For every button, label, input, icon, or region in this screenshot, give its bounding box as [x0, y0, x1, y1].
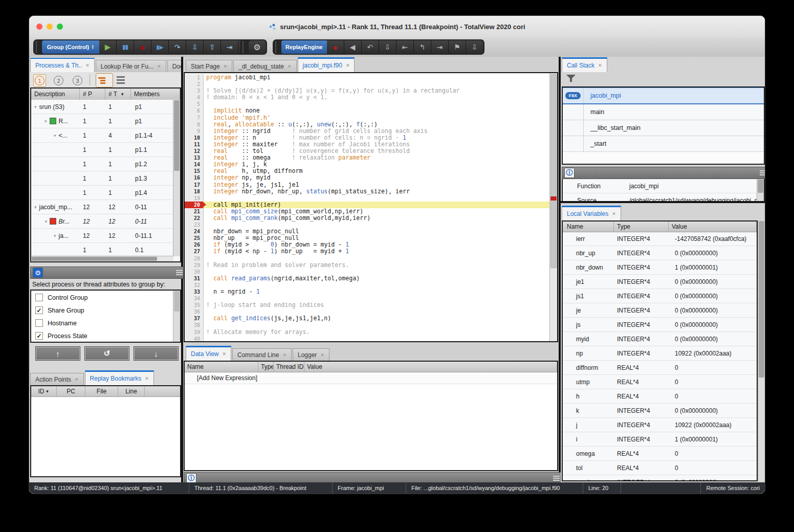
line-number-gutter[interactable]: 26 — [185, 241, 204, 248]
line-number-gutter[interactable]: 11 — [185, 141, 204, 148]
unchecked-checkbox[interactable] — [35, 294, 43, 301]
variable-row[interactable]: myidINTEGER*40 (0x00000000) — [563, 332, 757, 346]
column-header-id[interactable]: ID▼ — [31, 386, 57, 396]
tab-dl-debug-state[interactable]: _dl_debug_state✕ — [233, 60, 296, 72]
variable-row[interactable]: je1INTEGER*40 (0x00000000) — [563, 275, 757, 289]
group-number-3-button[interactable]: 3 — [71, 74, 84, 87]
line-number-gutter[interactable]: 6 — [185, 107, 204, 114]
line-number-gutter[interactable]: 38 — [185, 322, 204, 328]
variable-row[interactable]: nbr_downINTEGER*41 (0x00000001) — [563, 260, 757, 275]
variable-row[interactable]: diffnormREAL*40 — [563, 361, 757, 375]
column-header-members[interactable]: Members — [131, 88, 180, 100]
table-row[interactable]: ▾R...11p1 — [31, 114, 173, 128]
go-button[interactable]: ▶ — [99, 40, 117, 54]
column-header-pc[interactable]: PC — [57, 386, 85, 396]
move-up-button[interactable]: ↑ — [35, 346, 80, 361]
variable-row[interactable]: hREAL*40 — [563, 389, 757, 404]
tab-call-stack[interactable]: Call Stack✕ — [562, 57, 607, 72]
info-icon[interactable]: ⓘ — [186, 473, 196, 483]
line-number-gutter[interactable]: 29 — [185, 262, 204, 269]
stack-frame-row[interactable]: main — [563, 104, 764, 120]
line-number-gutter[interactable]: 31 — [185, 275, 204, 282]
variable-row[interactable]: ierrINTEGER*4-1427058742 (0xaaf0cfca) — [563, 232, 757, 246]
unchecked-checkbox[interactable] — [35, 319, 43, 327]
tab-logger[interactable]: Logger✕ — [293, 348, 329, 361]
table-row[interactable]: 11p1.3 — [31, 171, 173, 186]
tab-jacobi-mpi-f90[interactable]: jacobi_mpi.f90✕ — [298, 57, 355, 72]
replay-prev-button[interactable]: ↶ — [362, 40, 379, 54]
halt-button[interactable]: ▮▮ — [117, 40, 134, 54]
table-row[interactable]: ▾jacobi_mp...12120-11 — [31, 200, 173, 214]
variable-row[interactable]: jsINTEGER*40 (0x00000000) — [563, 318, 757, 332]
stack-frame-row[interactable]: _start — [563, 136, 764, 152]
replay-go-back-button[interactable]: ◀ — [344, 40, 362, 54]
variable-row[interactable]: tolREAL*40 — [563, 461, 757, 475]
next-button[interactable]: ↷ — [169, 40, 186, 54]
expand-arrow-icon[interactable]: ▾ — [45, 119, 47, 124]
line-number-gutter[interactable]: 32 — [185, 282, 204, 289]
table-row[interactable]: 110.1 — [31, 243, 173, 256]
replay-bookmark-button[interactable]: ⚑ — [449, 40, 466, 54]
close-tab-icon[interactable]: ✕ — [75, 377, 79, 382]
settings-button[interactable]: ⚙ — [249, 40, 266, 54]
variable-row[interactable]: maxiterINTEGER*40 (0x00000000) — [563, 475, 757, 480]
tree-view-icon[interactable] — [96, 73, 113, 87]
column-header-file[interactable]: File — [85, 386, 118, 396]
variable-row[interactable]: iINTEGER*41 (0x00000001) — [563, 432, 757, 447]
variable-row[interactable]: nbr_upINTEGER*40 (0x00000000) — [563, 246, 757, 260]
replay-unstep-button[interactable]: ⇩ — [379, 40, 396, 54]
expand-arrow-icon[interactable]: ▾ — [34, 104, 37, 109]
close-tab-icon[interactable]: ✕ — [282, 352, 286, 358]
column-header-description[interactable]: Description — [31, 88, 80, 100]
column-header-thread-id[interactable]: Thread ID — [274, 362, 304, 372]
line-number-gutter[interactable]: 4 — [185, 94, 204, 101]
line-number-gutter[interactable]: 35 — [185, 302, 204, 308]
line-number-gutter[interactable]: 17 — [185, 182, 204, 188]
out-button[interactable]: ⇧ — [204, 40, 221, 54]
panel-menu-icon[interactable] — [553, 476, 560, 481]
add-expression-label[interactable]: [Add New Expression] — [185, 374, 257, 382]
move-down-button[interactable]: ↓ — [134, 346, 179, 361]
line-number-gutter[interactable]: 16 — [185, 174, 204, 181]
close-tab-icon[interactable]: ✕ — [288, 64, 292, 69]
close-tab-icon[interactable]: ✕ — [222, 351, 226, 357]
line-number-gutter[interactable]: 40 — [185, 336, 204, 341]
gear-icon[interactable]: ⚙ — [33, 268, 43, 278]
stack-frame-row[interactable]: F9Xjacobi_mpi — [563, 87, 764, 104]
variable-row[interactable]: js1INTEGER*40 (0x00000000) — [563, 289, 757, 303]
reset-button[interactable]: ↺ — [84, 346, 129, 361]
column-header-line[interactable]: Line — [118, 386, 145, 396]
expand-arrow-icon[interactable]: ▾ — [45, 219, 47, 224]
line-number-gutter[interactable]: 27 — [185, 248, 204, 255]
close-tab-icon[interactable]: ✕ — [224, 64, 228, 69]
column-header-type[interactable]: Type — [614, 221, 669, 232]
line-number-gutter[interactable]: 19 — [185, 195, 204, 202]
group-option-process-state[interactable]: ✓Process State — [31, 329, 173, 342]
column-header-p[interactable]: # P — [80, 88, 105, 100]
process-tree-vertical-scrollbar[interactable] — [173, 100, 180, 256]
table-row[interactable]: 11p1.2 — [31, 157, 173, 171]
replay-caller-button[interactable]: ⇤ — [396, 40, 414, 54]
line-number-gutter[interactable]: 23 — [185, 221, 204, 228]
replay-engine-label[interactable]: ReplayEngine — [281, 40, 327, 54]
line-number-gutter[interactable]: 33 — [185, 289, 204, 295]
locals-vertical-scrollbar[interactable] — [758, 220, 765, 481]
line-number-gutter[interactable]: 18 — [185, 188, 204, 195]
line-number-gutter[interactable]: 1 — [185, 74, 204, 81]
expand-arrow-icon[interactable]: ▾ — [34, 205, 37, 210]
variable-row[interactable]: omegaREAL*40 — [563, 447, 757, 461]
group-option-share-group[interactable]: ✓Share Group — [31, 304, 173, 317]
line-number-gutter[interactable]: 36 — [185, 308, 204, 315]
replay-back-to-button[interactable]: ↰ — [414, 40, 431, 54]
line-number-gutter[interactable]: 30 — [185, 269, 204, 275]
tab-command-line[interactable]: Command Line✕ — [232, 348, 292, 361]
restart-button[interactable]: ▮▶ — [151, 40, 169, 54]
line-number-gutter[interactable]: 24 — [185, 228, 204, 235]
close-tab-icon[interactable]: ✕ — [598, 63, 602, 68]
kill-button[interactable]: ■ — [134, 40, 151, 54]
close-tab-icon[interactable]: ✕ — [346, 63, 350, 68]
panel-menu-icon[interactable] — [176, 270, 183, 275]
column-header-name[interactable]: Name — [185, 362, 258, 372]
breakpoint-line-number[interactable]: 20 — [185, 202, 204, 208]
table-row[interactable]: ▾srun (S3)11p1 — [31, 100, 173, 114]
